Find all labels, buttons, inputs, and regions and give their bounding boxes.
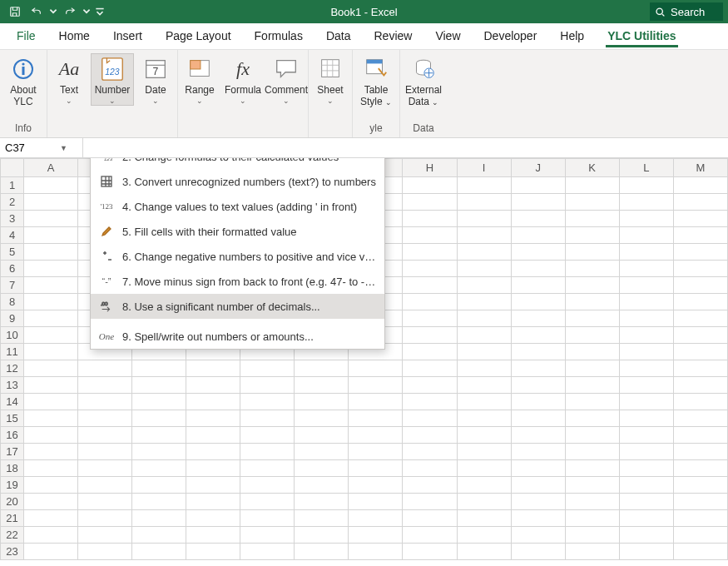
- cell[interactable]: [511, 377, 565, 394]
- row-header[interactable]: 16: [1, 427, 24, 444]
- cell[interactable]: [619, 211, 673, 227]
- cell[interactable]: [186, 377, 240, 394]
- cell[interactable]: [240, 510, 295, 527]
- cell[interactable]: [457, 477, 511, 494]
- cell[interactable]: [565, 177, 619, 194]
- cell[interactable]: [511, 327, 565, 344]
- cell[interactable]: [24, 510, 78, 527]
- cell[interactable]: [619, 394, 673, 410]
- row-header[interactable]: 1: [1, 177, 24, 194]
- cell[interactable]: [132, 377, 186, 394]
- cell[interactable]: [457, 194, 511, 211]
- ribbon-btn-text[interactable]: AaText⌄: [47, 53, 91, 105]
- cell[interactable]: [565, 310, 619, 327]
- cell[interactable]: [240, 444, 295, 460]
- cell[interactable]: [673, 477, 727, 494]
- cell[interactable]: [24, 477, 78, 494]
- cell[interactable]: [511, 177, 565, 194]
- cell[interactable]: [511, 427, 565, 444]
- row-header[interactable]: 6: [1, 261, 24, 277]
- cell[interactable]: [403, 177, 457, 194]
- cell[interactable]: [186, 544, 240, 560]
- cell[interactable]: [78, 410, 132, 427]
- cell[interactable]: [78, 477, 132, 494]
- ribbon-btn-number[interactable]: 123Number⌄: [91, 53, 134, 106]
- cell[interactable]: [565, 410, 619, 427]
- cell[interactable]: [457, 327, 511, 344]
- cell[interactable]: [295, 394, 349, 410]
- cell[interactable]: [457, 261, 511, 277]
- cell[interactable]: [457, 294, 511, 310]
- row-header[interactable]: 20: [1, 494, 24, 510]
- cell[interactable]: [403, 294, 457, 310]
- cell[interactable]: [511, 277, 565, 294]
- cell[interactable]: [673, 211, 727, 227]
- cell[interactable]: [403, 527, 457, 544]
- cell[interactable]: [403, 211, 457, 227]
- cell[interactable]: [457, 244, 511, 261]
- cell[interactable]: [673, 427, 727, 444]
- cell[interactable]: [78, 494, 132, 510]
- row-header[interactable]: 12: [1, 360, 24, 377]
- cell[interactable]: [673, 410, 727, 427]
- cell[interactable]: [565, 377, 619, 394]
- cell[interactable]: [511, 244, 565, 261]
- cell[interactable]: [78, 544, 132, 560]
- cell[interactable]: [403, 244, 457, 261]
- cell[interactable]: [511, 360, 565, 377]
- menu-item-9[interactable]: One9. Spell/write out numbers or amounts…: [91, 324, 384, 349]
- cell[interactable]: [457, 427, 511, 444]
- cell[interactable]: [24, 344, 78, 360]
- cell[interactable]: [132, 460, 186, 477]
- cell[interactable]: [673, 360, 727, 377]
- cell[interactable]: [186, 360, 240, 377]
- cell[interactable]: [673, 177, 727, 194]
- cell[interactable]: [240, 477, 295, 494]
- cell[interactable]: [565, 510, 619, 527]
- cell[interactable]: [403, 277, 457, 294]
- cell[interactable]: [619, 244, 673, 261]
- row-header[interactable]: 5: [1, 244, 24, 261]
- cell[interactable]: [24, 177, 78, 194]
- cell[interactable]: [295, 544, 349, 560]
- cell[interactable]: [240, 410, 295, 427]
- undo-more-icon[interactable]: [48, 2, 58, 22]
- cell[interactable]: [511, 527, 565, 544]
- tab-insert[interactable]: Insert: [103, 24, 152, 49]
- cell[interactable]: [565, 360, 619, 377]
- cell[interactable]: [349, 477, 403, 494]
- cell[interactable]: [403, 261, 457, 277]
- cell[interactable]: [457, 410, 511, 427]
- cell[interactable]: [619, 261, 673, 277]
- cell[interactable]: [132, 477, 186, 494]
- cell[interactable]: [673, 261, 727, 277]
- cell[interactable]: [24, 327, 78, 344]
- column-header[interactable]: L: [619, 159, 673, 177]
- cell[interactable]: [619, 477, 673, 494]
- ribbon-btn-table-style[interactable]: TableStyle ⌄: [353, 53, 399, 108]
- row-header[interactable]: 23: [1, 544, 24, 560]
- row-header[interactable]: 13: [1, 377, 24, 394]
- cell[interactable]: [511, 410, 565, 427]
- cell[interactable]: [619, 427, 673, 444]
- cell[interactable]: [295, 377, 349, 394]
- cell[interactable]: [619, 410, 673, 427]
- cell[interactable]: [619, 527, 673, 544]
- select-all-corner[interactable]: [1, 159, 24, 177]
- cell[interactable]: [24, 460, 78, 477]
- cell[interactable]: [186, 410, 240, 427]
- cell[interactable]: [619, 494, 673, 510]
- menu-item-8[interactable]: .008. Use a significant number of decima…: [91, 294, 384, 319]
- cell[interactable]: [240, 527, 295, 544]
- cell[interactable]: [186, 444, 240, 460]
- cell[interactable]: [619, 460, 673, 477]
- cell[interactable]: [511, 494, 565, 510]
- row-header[interactable]: 7: [1, 277, 24, 294]
- redo-more-icon[interactable]: [82, 2, 92, 22]
- cell[interactable]: [24, 244, 78, 261]
- cell[interactable]: [403, 460, 457, 477]
- row-header[interactable]: 10: [1, 327, 24, 344]
- name-box[interactable]: ▼: [0, 138, 83, 157]
- formula-bar[interactable]: [83, 138, 728, 157]
- cell[interactable]: [457, 310, 511, 327]
